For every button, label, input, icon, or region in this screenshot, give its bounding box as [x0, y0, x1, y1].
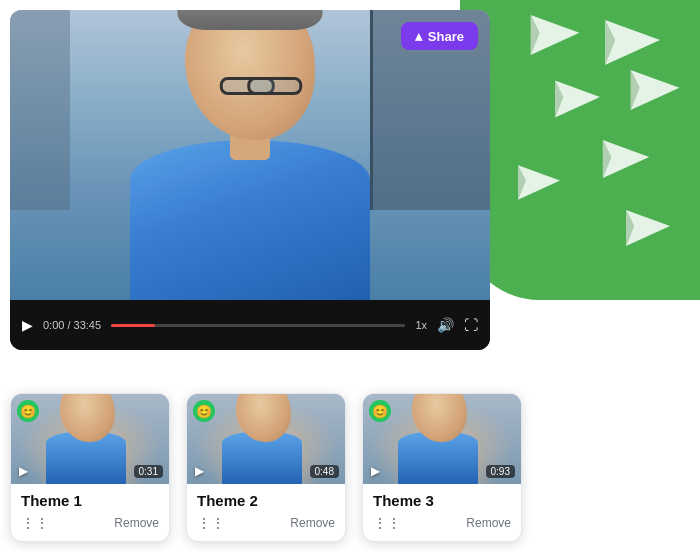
paper-plane-icon [602, 140, 650, 178]
speed-indicator: 1x [415, 319, 427, 331]
thumbnail-info-1: Theme 1 ⋮⋮ Remove [11, 484, 169, 541]
share-icon: ▴ [415, 28, 422, 44]
thumb-actions-1: ⋮⋮ Remove [21, 515, 159, 531]
volume-button[interactable]: 🔊 [437, 317, 454, 333]
video-time: 0:00 / 33:45 [43, 319, 101, 331]
share-button[interactable]: ▴ Share [401, 22, 478, 50]
thumbnail-image-1: 😊 ▶ 0:31 [11, 394, 169, 484]
paper-plane-icon [605, 20, 660, 65]
grid-icon-1: ⋮⋮ [21, 515, 49, 531]
paper-plane-icon [518, 165, 560, 200]
thumbnails-row: 😊 ▶ 0:31 Theme 1 ⋮⋮ Remove 😊 ▶ 0:48 Them… [10, 393, 522, 542]
thumb-duration-3: 0:93 [486, 465, 515, 478]
video-controls-bar: ▶ 0:00 / 33:45 1x 🔊 ⛶ [10, 300, 490, 350]
progress-fill [111, 324, 155, 327]
room-wall [10, 10, 70, 210]
remove-button-1[interactable]: Remove [114, 516, 159, 530]
thumbnail-image-2: 😊 ▶ 0:48 [187, 394, 345, 484]
person-silhouette [100, 40, 400, 300]
remove-button-3[interactable]: Remove [466, 516, 511, 530]
grid-icon-2: ⋮⋮ [197, 515, 225, 531]
thumb-title-1: Theme 1 [21, 492, 159, 509]
thumb-play-icon-2[interactable]: ▶ [195, 464, 204, 478]
video-frame: ▴ Share [10, 10, 490, 300]
thumb-duration-2: 0:48 [310, 465, 339, 478]
share-label: Share [428, 29, 464, 44]
thumb-duration-1: 0:31 [134, 465, 163, 478]
thumb-play-icon-1[interactable]: ▶ [19, 464, 28, 478]
paper-plane-icon [530, 15, 580, 55]
smiley-badge-3: 😊 [369, 400, 391, 422]
thumbnail-card-1: 😊 ▶ 0:31 Theme 1 ⋮⋮ Remove [10, 393, 170, 542]
grid-icon-3: ⋮⋮ [373, 515, 401, 531]
smiley-badge-2: 😊 [193, 400, 215, 422]
thumbnail-card-2: 😊 ▶ 0:48 Theme 2 ⋮⋮ Remove [186, 393, 346, 542]
thumbnail-image-3: 😊 ▶ 0:93 [363, 394, 521, 484]
paper-planes-decoration [470, 10, 690, 290]
play-button[interactable]: ▶ [22, 317, 33, 333]
progress-bar[interactable] [111, 324, 405, 327]
thumb-play-icon-3[interactable]: ▶ [371, 464, 380, 478]
paper-plane-icon [630, 70, 680, 110]
remove-button-2[interactable]: Remove [290, 516, 335, 530]
fullscreen-button[interactable]: ⛶ [464, 317, 478, 333]
video-player: ▴ Share ▶ 0:00 / 33:45 1x 🔊 ⛶ [10, 10, 490, 350]
thumbnail-card-3: 😊 ▶ 0:93 Theme 3 ⋮⋮ Remove [362, 393, 522, 542]
thumbnail-info-3: Theme 3 ⋮⋮ Remove [363, 484, 521, 541]
paper-plane-icon [555, 80, 600, 118]
smiley-badge-1: 😊 [17, 400, 39, 422]
paper-plane-icon [626, 210, 670, 246]
thumb-actions-3: ⋮⋮ Remove [373, 515, 511, 531]
thumbnail-info-2: Theme 2 ⋮⋮ Remove [187, 484, 345, 541]
thumb-title-3: Theme 3 [373, 492, 511, 509]
thumb-actions-2: ⋮⋮ Remove [197, 515, 335, 531]
thumb-title-2: Theme 2 [197, 492, 335, 509]
